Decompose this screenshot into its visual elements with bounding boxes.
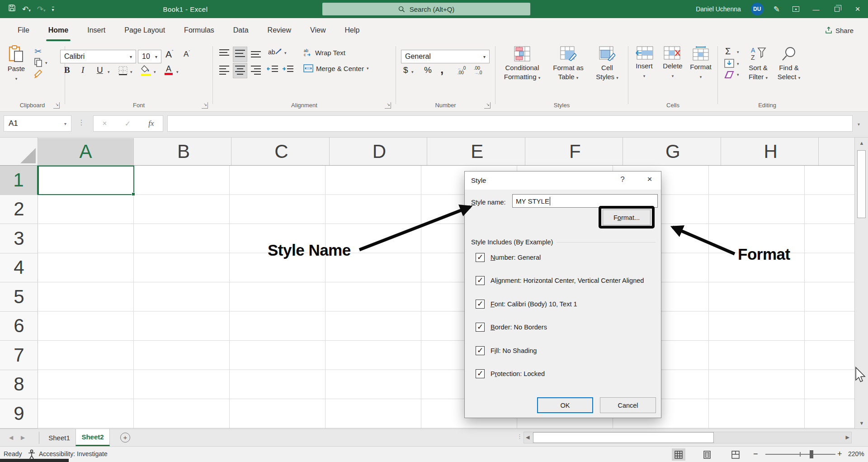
borders-icon[interactable] [118, 66, 127, 77]
column-header-b[interactable]: B [136, 138, 231, 166]
dialog-close-button[interactable]: × [642, 174, 657, 187]
wrap-text-button[interactable]: abc Wrap Text [303, 48, 345, 57]
vertical-scrollbar[interactable]: ▲ ▼ [854, 138, 868, 429]
comma-style-icon[interactable]: , [440, 62, 443, 76]
zoom-out-icon[interactable]: − [753, 449, 758, 459]
tab-page-layout[interactable]: Page Layout [115, 18, 175, 43]
row-header-4[interactable]: 4 [0, 253, 38, 283]
column-header-e[interactable]: E [429, 138, 525, 166]
tab-view[interactable]: View [301, 18, 335, 43]
align-center-icon[interactable] [233, 63, 247, 78]
row-header-7[interactable]: 7 [0, 341, 38, 370]
zoom-level[interactable]: 220% [848, 450, 864, 457]
tab-file[interactable]: File [8, 18, 39, 43]
fill-handle[interactable] [132, 192, 135, 196]
align-left-icon[interactable] [218, 64, 230, 77]
tab-review[interactable]: Review [258, 18, 301, 43]
horizontal-scrollbar-thumb[interactable] [533, 432, 714, 443]
align-bottom-icon[interactable] [250, 48, 262, 61]
column-header-c[interactable]: C [234, 138, 330, 166]
dialog-help-button[interactable]: ? [616, 175, 629, 187]
page-break-preview-button[interactable] [729, 448, 742, 461]
format-as-table-button[interactable]: Format as Table ▾ [549, 46, 588, 82]
row-header-3[interactable]: 3 [0, 224, 38, 253]
tab-home[interactable]: Home [39, 18, 78, 43]
decrease-decimal-icon[interactable]: .00→.0 [474, 66, 482, 75]
formula-input[interactable] [167, 115, 853, 132]
row-header-6[interactable]: 6 [0, 312, 38, 341]
worksheet-grid[interactable] [38, 166, 854, 429]
tab-help[interactable]: Help [335, 18, 369, 43]
cut-icon[interactable]: ✂ [34, 46, 42, 57]
tab-data[interactable]: Data [224, 18, 258, 43]
decrease-font-icon[interactable]: Aˇ [184, 50, 190, 59]
share-button[interactable]: Share [825, 24, 854, 37]
accounting-format-icon[interactable]: $ [403, 65, 408, 75]
tab-formulas[interactable]: Formulas [175, 18, 224, 43]
tab-insert[interactable]: Insert [78, 18, 115, 43]
cell-styles-button[interactable]: Cell Styles ▾ [590, 46, 625, 82]
page-layout-view-button[interactable] [700, 448, 714, 461]
expand-formula-bar-icon[interactable]: ▾ [858, 122, 860, 127]
format-cells-button[interactable]: Format▾ [687, 46, 714, 81]
italic-button[interactable]: I [81, 65, 84, 75]
save-icon[interactable] [8, 4, 16, 14]
sort-filter-button[interactable]: AZ Sort & Filter ▾ [744, 46, 772, 82]
tab-scroll-handle[interactable]: ⋮ [517, 433, 523, 440]
sheet-tab-sheet1[interactable]: Sheet1 [43, 429, 75, 446]
checkbox-font[interactable]: ✓ Font: Calibri (Body) 10, Text 1 [476, 300, 577, 309]
column-header-a[interactable]: A [38, 138, 134, 166]
zoom-in-icon[interactable]: + [837, 449, 842, 459]
new-sheet-button[interactable]: + [120, 433, 130, 443]
autosum-icon[interactable]: Σ [725, 46, 731, 57]
scroll-right-icon[interactable]: ▶ [846, 434, 849, 440]
font-dialog-launcher-icon[interactable]: ↘ [202, 102, 208, 109]
sheet-nav-left-icon[interactable]: ◀ [9, 434, 13, 441]
number-dialog-launcher-icon[interactable]: ↘ [484, 102, 491, 109]
checkbox-alignment[interactable]: ✓ Alignment: Horizontal Center, Vertical… [476, 276, 644, 285]
redo-icon[interactable]: ↷▾ [37, 5, 46, 14]
alignment-dialog-launcher-icon[interactable]: ↘ [385, 102, 391, 109]
checkbox-border[interactable]: ✓ Border: No Borders [476, 323, 547, 332]
increase-indent-icon[interactable] [282, 64, 294, 77]
normal-view-button[interactable] [672, 448, 685, 461]
ok-button[interactable]: OK [537, 397, 593, 413]
column-header-d[interactable]: D [331, 138, 427, 166]
number-format-combo[interactable]: General▾ [401, 50, 490, 63]
row-header-1[interactable]: 1 [0, 166, 38, 195]
insert-function-icon[interactable]: fx [148, 119, 154, 128]
checkbox-fill[interactable]: ✓ Fill: No Shading [476, 346, 537, 355]
style-dialog-titlebar[interactable]: Style ? × [465, 171, 661, 190]
row-header-5[interactable]: 5 [0, 282, 38, 312]
checkbox-protection[interactable]: ✓ Protection: Locked [476, 369, 545, 378]
font-size-combo[interactable]: 10▾ [138, 50, 161, 63]
decrease-indent-icon[interactable] [266, 64, 279, 77]
scroll-up-icon[interactable]: ▲ [855, 140, 868, 146]
active-cell-a1[interactable] [38, 166, 134, 195]
undo-icon[interactable]: ↶▾ [22, 5, 31, 14]
close-button[interactable]: × [847, 0, 868, 18]
column-header-g[interactable]: G [625, 138, 721, 166]
select-all-corner[interactable] [0, 138, 38, 166]
font-name-combo[interactable]: Calibri▾ [60, 50, 136, 63]
customize-qat-icon[interactable]: ▾ [52, 7, 54, 12]
sheet-tab-sheet2[interactable]: Sheet2 [75, 429, 110, 446]
scroll-down-icon[interactable]: ▼ [855, 420, 868, 426]
coming-soon-icon[interactable]: ✎ [767, 0, 786, 18]
increase-font-icon[interactable]: Aˆ [165, 49, 173, 60]
name-box[interactable]: A1 ▾ [4, 115, 71, 132]
clear-icon[interactable] [724, 71, 734, 81]
paste-button[interactable]: Paste ▾ [5, 45, 28, 83]
conditional-formatting-button[interactable]: Conditional Formatting ▾ [497, 46, 547, 82]
insert-cells-button[interactable]: Insert▾ [631, 46, 657, 81]
horizontal-scrollbar[interactable]: ◀ ▶ [524, 432, 852, 443]
align-middle-icon[interactable] [233, 47, 247, 62]
user-name[interactable]: Daniel Uchenna [689, 0, 747, 18]
ribbon-display-options-icon[interactable]: ▴ [786, 0, 806, 18]
underline-button[interactable]: U [97, 65, 103, 75]
zoom-slider-thumb[interactable] [810, 450, 813, 458]
format-painter-icon[interactable] [33, 69, 43, 81]
row-header-8[interactable]: 8 [0, 370, 38, 400]
enter-entry-icon[interactable]: ✓ [125, 119, 131, 128]
row-header-9[interactable]: 9 [0, 399, 38, 429]
